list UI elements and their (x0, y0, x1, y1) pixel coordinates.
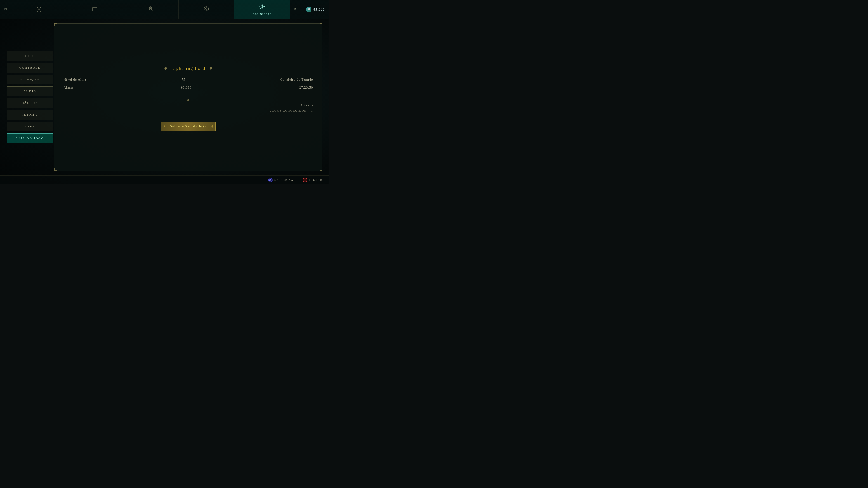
tab-settings[interactable]: DEFINIÇÕES (235, 0, 290, 19)
stat-soul-level-label: Nível de Alma (64, 78, 86, 82)
sep-diamond (187, 99, 189, 101)
svg-point-13 (262, 4, 263, 5)
svg-point-14 (262, 8, 263, 9)
settings-tab-label: DEFINIÇÕES (253, 13, 272, 15)
sidebar-item-rede[interactable]: REDE (7, 122, 53, 131)
tab-inventory[interactable] (67, 0, 123, 19)
sidebar-item-jogo[interactable]: JOGO (7, 51, 53, 61)
select-label: SELECIONAR (274, 178, 296, 182)
close-label: FECHAR (309, 178, 322, 182)
svg-point-6 (206, 8, 207, 10)
top-nav-bar: LT ⚔ (0, 0, 329, 19)
o-button: ○ (303, 178, 307, 182)
currency-value: 83.383 (313, 7, 324, 11)
svg-point-12 (262, 6, 263, 7)
main-content: JOGO CONTROLE EXIBIÇÃO ÁUDIO CÂMERA IDIO… (0, 19, 329, 175)
character-name-row: Lightning Lord (64, 66, 313, 71)
svg-point-16 (264, 6, 265, 7)
save-quit-button[interactable]: Salvar e Sair do Jogo (161, 122, 216, 131)
completed-value: 1 (311, 109, 313, 112)
svg-point-18 (264, 4, 264, 5)
svg-point-17 (260, 4, 261, 5)
bottom-bar: ✕ SELECIONAR ○ FECHAR (0, 175, 329, 184)
corner-tl (54, 24, 57, 26)
nav-right-trigger[interactable]: RT (290, 0, 302, 19)
completed-row: JOGOS CONCLUÍDOS: 1 (270, 109, 313, 112)
tab-character[interactable] (123, 0, 179, 19)
stat-souls-value: 83.383 (181, 86, 192, 90)
tab-map[interactable] (179, 0, 235, 19)
stat-soul-level-value: 75 (181, 78, 185, 82)
equipment-icon: ⚔ (36, 6, 42, 13)
svg-point-20 (264, 8, 264, 8)
corner-tr (320, 24, 322, 26)
stat-souls-label: Almas (64, 86, 73, 90)
sidebar-item-idioma[interactable]: IDIOMA (7, 110, 53, 120)
nav-tabs: ⚔ (11, 0, 290, 19)
completed-label: JOGOS CONCLUÍDOS: (270, 109, 308, 112)
stat-class: Cavaleiro do Templo (280, 78, 313, 82)
name-diamond-left (164, 67, 167, 70)
sidebar-item-camera[interactable]: CÂMERA (7, 98, 53, 108)
stat-time: 27:23:50 (299, 86, 313, 90)
character-name: Lightning Lord (171, 66, 206, 71)
select-action: ✕ SELECIONAR (268, 178, 296, 182)
close-action: ○ FECHAR (303, 178, 322, 182)
character-icon (147, 6, 154, 13)
currency-icon: 👁 (306, 7, 311, 12)
sidebar-item-exibicao[interactable]: EXIBIÇÃO (7, 74, 53, 85)
tab-equipment[interactable]: ⚔ (11, 0, 67, 19)
svg-point-19 (260, 8, 261, 8)
center-separator (64, 99, 313, 101)
sidebar-item-sair[interactable]: SAIR DO JOGO (7, 133, 53, 143)
main-panel: Lightning Lord Nível de Alma 75 Cavaleir… (54, 24, 322, 171)
info-section: O Nexus JOGOS CONCLUÍDOS: 1 (64, 103, 313, 112)
x-button: ✕ (268, 178, 273, 182)
sidebar: JOGO CONTROLE EXIBIÇÃO ÁUDIO CÂMERA IDIO… (0, 19, 54, 175)
currency-display: 👁 83.383 (302, 7, 329, 12)
nav-left-trigger[interactable]: LT (0, 0, 11, 19)
map-icon (203, 6, 210, 13)
sidebar-item-audio[interactable]: ÁUDIO (7, 86, 53, 96)
corner-bl (54, 168, 57, 171)
sidebar-item-controle[interactable]: CONTROLE (7, 63, 53, 73)
svg-point-15 (260, 6, 260, 7)
settings-icon (258, 3, 266, 11)
save-button-wrapper: Salvar e Sair do Jogo (161, 122, 216, 131)
corner-br (320, 168, 322, 171)
name-diamond-right (209, 67, 213, 70)
inventory-icon (92, 6, 98, 13)
location-label: O Nexus (300, 103, 313, 107)
